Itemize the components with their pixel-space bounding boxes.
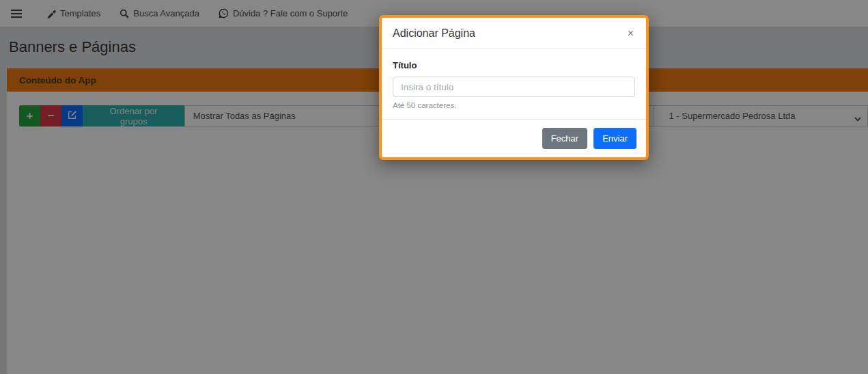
close-icon[interactable]: × xyxy=(626,28,635,39)
title-input[interactable] xyxy=(393,77,635,97)
modal-header: Adicionar Página × xyxy=(382,18,646,49)
modal-body: Título Até 50 caracteres. xyxy=(382,49,646,119)
modal-footer: Fechar Enviar xyxy=(382,119,646,157)
char-limit-helper-text: Até 50 caracteres. xyxy=(393,101,635,109)
submit-button[interactable]: Enviar xyxy=(593,128,636,149)
modal-title: Adicionar Página xyxy=(393,27,475,40)
cancel-button[interactable]: Fechar xyxy=(542,128,587,149)
app-screen: Templates Busca Avançada Dúvida ? Fale c… xyxy=(0,0,868,374)
add-page-modal: Adicionar Página × Título Até 50 caracte… xyxy=(379,15,649,160)
title-field-label: Título xyxy=(393,60,635,70)
